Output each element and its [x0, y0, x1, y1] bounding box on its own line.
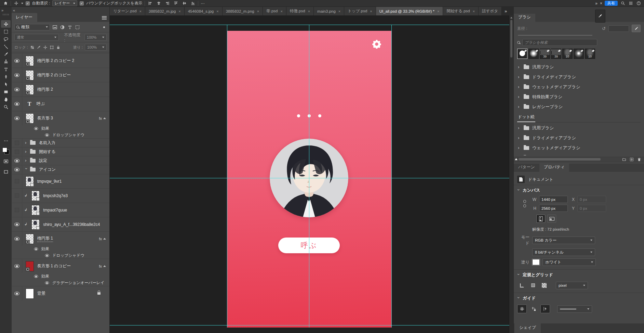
opacity-dropdown[interactable]: 100% [84, 34, 107, 41]
scrollbar-thumb[interactable] [519, 158, 601, 161]
layer-row[interactable]: ›名前入力 [12, 138, 109, 147]
canvas-fill-swatch[interactable] [532, 259, 540, 265]
layer-row[interactable]: ›開始する [12, 147, 109, 156]
lock-transparency-icon[interactable] [30, 45, 35, 50]
document-tab[interactable]: リターン.psd× [110, 7, 145, 15]
chevron-right-icon[interactable]: › [518, 84, 521, 89]
edit-brush-icon[interactable] [632, 25, 641, 32]
layer-thumbnail[interactable] [26, 289, 34, 299]
orientation-landscape-button[interactable] [547, 215, 556, 223]
brush-group-row[interactable]: ›ウェットメディアブラシ [517, 143, 641, 153]
layer-thumbnail[interactable] [31, 191, 40, 201]
document-tab[interactable]: トップ.psd× [344, 7, 376, 15]
dock-close-icon[interactable]: × [600, 1, 602, 6]
dot[interactable] [318, 114, 321, 117]
brush-preset[interactable]: 39 [540, 49, 550, 59]
visibility-eye-icon[interactable] [12, 232, 22, 246]
chevron-right-icon[interactable]: › [518, 155, 521, 155]
align-center-icon[interactable] [156, 1, 161, 6]
guide-style-dropdown[interactable] [557, 305, 592, 313]
filter-shape-layers-icon[interactable] [75, 25, 80, 30]
align-left-icon[interactable] [147, 1, 153, 6]
document-tab[interactable]: UI_all.psd @ 33.3% (RGB/8#) *× [376, 7, 443, 15]
tab-close-icon[interactable]: × [370, 9, 372, 13]
brush-preset[interactable] [517, 49, 527, 59]
snap-toggle-icon[interactable] [540, 305, 550, 313]
tab-properties[interactable]: プロパティ [539, 163, 569, 172]
layer-effect-row[interactable]: 効果 [12, 246, 109, 252]
chevron-right-icon[interactable]: › [25, 140, 28, 145]
lock-position-icon[interactable] [43, 45, 48, 50]
layer-thumbnail[interactable] [26, 113, 34, 124]
document-tab[interactable]: 話すボタ [479, 7, 502, 15]
zoom-tool[interactable] [1, 103, 11, 111]
text-layer-thumbnail[interactable]: T [26, 101, 33, 107]
visibility-eye-icon[interactable] [12, 217, 22, 231]
tab-close-icon[interactable]: × [308, 9, 310, 13]
document-tab[interactable]: 3885832_m.png× [223, 7, 263, 15]
reset-icon[interactable]: ↺ [602, 26, 606, 31]
fx-badge[interactable]: fx [99, 264, 106, 268]
visibility-eye-icon[interactable] [12, 286, 22, 300]
canvas-fill-dropdown[interactable]: ホワイト [542, 258, 596, 266]
align-right-icon[interactable] [164, 1, 170, 6]
tab-close-icon[interactable]: × [473, 9, 475, 13]
layer-row[interactable]: 楕円形 2 のコピー [12, 68, 109, 82]
guide-horizontal[interactable] [110, 325, 509, 325]
visibility-eye-icon[interactable] [12, 156, 22, 165]
canvas-height-input[interactable]: 2560 px [539, 205, 568, 212]
panel-collapse-icon[interactable]: « [12, 7, 109, 14]
layer-row[interactable]: T呼ぶ [12, 97, 109, 111]
brush-scrollbar[interactable] [514, 157, 644, 162]
visibility-empty-box[interactable] [12, 174, 22, 188]
layer-row[interactable]: 背景 [12, 286, 109, 300]
visibility-eye-icon[interactable] [34, 275, 38, 278]
delete-brush-icon[interactable] [637, 157, 641, 163]
layer-thumbnail[interactable] [26, 234, 34, 244]
document-tab[interactable]: 帯.psd× [263, 7, 286, 15]
brush-preset[interactable]: 10 [585, 49, 595, 59]
align-middle-icon[interactable] [182, 1, 187, 6]
fill-dropdown[interactable]: 100% [85, 44, 107, 51]
type-tool[interactable] [1, 65, 11, 73]
lock-artboard-icon[interactable] [50, 45, 54, 50]
filter-adjustment-layers-icon[interactable] [60, 25, 65, 30]
document-tab[interactable]: 開始する.psd× [443, 7, 479, 15]
chevron-down-icon[interactable] [21, 3, 23, 4]
dock-collapse-icon[interactable]: » [595, 1, 598, 6]
chevron-right-icon[interactable]: › [25, 158, 28, 163]
magic-wand-tool[interactable] [1, 43, 11, 50]
visibility-empty-box[interactable] [12, 139, 22, 147]
brush-group-row[interactable]: ›汎用ブラシ [517, 62, 641, 72]
brush-group-row[interactable]: ›ドライメディアブラシ [517, 133, 641, 143]
lasso-tool[interactable] [1, 35, 11, 43]
toolbar-ellipsis-icon[interactable] [1, 137, 11, 144]
diameter-slider[interactable] [518, 35, 592, 36]
path-select-tool[interactable] [1, 80, 11, 88]
visibility-eye-icon[interactable] [12, 68, 22, 82]
lock-paint-icon[interactable] [37, 45, 41, 50]
layer-effect-row[interactable]: ドロップシャドウ [12, 252, 109, 259]
visibility-eye-icon[interactable] [34, 247, 38, 251]
apps-grid-icon[interactable] [628, 1, 633, 6]
tab-close-icon[interactable]: × [178, 9, 180, 13]
chevron-right-icon[interactable]: › [518, 74, 521, 79]
tab-close-icon[interactable]: × [139, 9, 142, 13]
layer-filter-dropdown[interactable]: 種類 [14, 24, 50, 30]
layer-row[interactable]: 長方形 1 のコピーfx [12, 259, 109, 273]
document-tab[interactable]: 3885832_m.jpg× [145, 7, 185, 15]
layer-row[interactable]: ›設定 [12, 156, 109, 165]
layer-thumbnail[interactable] [26, 70, 34, 80]
blend-mode-dropdown[interactable]: 通常 [14, 34, 59, 41]
dot[interactable] [297, 114, 300, 117]
bounding-box-checkbox[interactable]: ✓ [80, 1, 84, 5]
layer-thumbnail[interactable] [26, 176, 34, 187]
auto-select-checkbox[interactable]: ✓ [26, 1, 30, 5]
chevron-right-icon[interactable]: › [518, 94, 521, 99]
brush-group-row[interactable]: ›ドライメディアブラシ [517, 72, 641, 82]
chevron-right-icon[interactable]: › [518, 125, 521, 130]
layer-thumbnail[interactable] [31, 205, 40, 215]
chevron-right-icon[interactable]: › [25, 149, 28, 154]
auto-select-target-dropdown[interactable]: レイヤー [52, 0, 77, 6]
guide-horizontal[interactable] [110, 25, 509, 25]
